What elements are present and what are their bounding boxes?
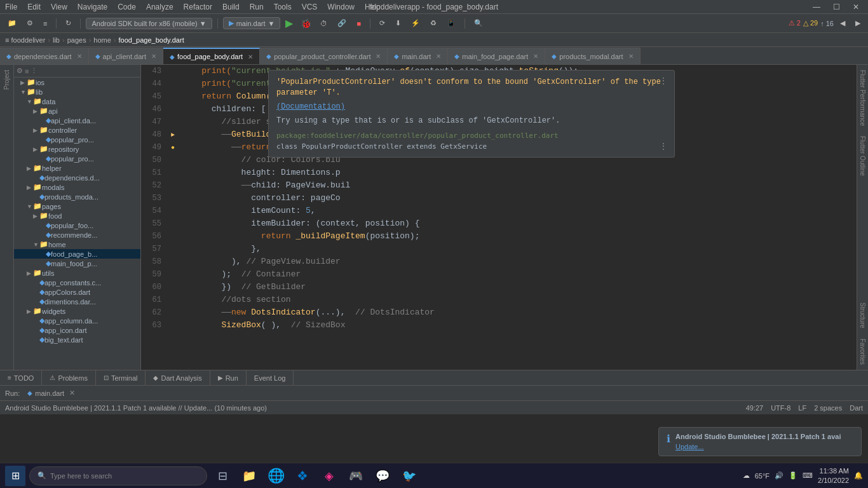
tab-close-dependencies[interactable]: ✕ [77, 53, 82, 60]
attach-btn[interactable]: 🔗 [334, 18, 350, 29]
taskbar-search[interactable]: 🔍 Type here to search [29, 466, 207, 485]
tree-item-dependencies[interactable]: ▶ ◆ dependencies.d... [14, 173, 140, 182]
terminal-tab[interactable]: ⊡ Terminal [96, 370, 146, 386]
taskbar-file-explorer[interactable]: 📁 [238, 464, 261, 487]
tab-close-api[interactable]: ✕ [151, 53, 156, 60]
project-tree[interactable]: ⚙ ≡ ⋮ ▶ 📁 ios ▼ 📁 lib ▼ 📁 data ▶ 📁 api [14, 65, 141, 370]
tooltip-more-icon[interactable]: ⋮ [659, 76, 668, 86]
tree-item-popular-repo[interactable]: ▶ ◆ popular_pro... [14, 154, 140, 163]
dart-analysis-tab[interactable]: ◆ Dart Analysis [146, 370, 210, 386]
debug-button[interactable]: 🐞 [298, 18, 314, 29]
tree-item-app-icon[interactable]: ▶ ◆ app_icon.dart [14, 325, 140, 335]
tree-item-popular-ctrl[interactable]: ▶ ◆ popular_pro... [14, 135, 140, 144]
tree-settings-icon[interactable]: ⚙ [17, 67, 23, 75]
bc-home[interactable]: home [93, 36, 111, 44]
run-tab[interactable]: ▶ Run [210, 370, 247, 386]
doc-link[interactable]: (Documentation) [276, 102, 667, 111]
structure-label[interactable]: Structure [858, 297, 867, 334]
maximize-button[interactable]: ☐ [829, 3, 844, 11]
taskbar-twitter[interactable]: 🐦 [398, 464, 421, 487]
bc-pages[interactable]: pages [67, 36, 86, 44]
tree-item-utils[interactable]: ▶ 📁 utils [14, 268, 140, 278]
tab-close-food[interactable]: ✕ [248, 53, 253, 60]
minimize-button[interactable]: — [809, 3, 824, 11]
tree-item-app-colors[interactable]: ▶ ◆ appColors.dart [14, 287, 140, 297]
tree-item-ios[interactable]: ▶ 📁 ios [14, 78, 140, 87]
refresh-btn[interactable]: ↻ [62, 18, 75, 29]
favorites-label[interactable]: Favorites [858, 334, 867, 370]
device-selector[interactable]: Android SDK built for x86 (mobile) ▼ [86, 18, 212, 29]
menu-code[interactable]: Code [118, 3, 136, 11]
bc-file[interactable]: food_page_body.dart [119, 36, 184, 44]
run-config[interactable]: ▶ main.dart ▼ [223, 17, 281, 29]
menu-build[interactable]: Build [222, 3, 240, 11]
taskbar-task-view[interactable]: ⊟ [211, 464, 234, 487]
tree-item-home[interactable]: ▼ 📁 home [14, 240, 140, 249]
tree-item-app-constants[interactable]: ▶ ◆ app_constants.c... [14, 278, 140, 287]
close-button[interactable]: ✕ [849, 3, 863, 11]
sync-btn[interactable]: ⟳ [376, 18, 389, 29]
menu-bar[interactable]: File Edit View Navigate Code Analyze Ref… [5, 3, 381, 11]
tab-close-popular[interactable]: ✕ [376, 53, 381, 60]
close-run-tab[interactable]: ✕ [69, 389, 75, 397]
tree-item-popular-food[interactable]: ▶ ◆ popular_foo... [14, 220, 140, 230]
code-editor[interactable]: ⋮ 'PopularProductController' doesn't con… [141, 65, 857, 370]
tree-item-api-folder[interactable]: ▶ 📁 api [14, 106, 140, 116]
more-icon[interactable]: ≡ [39, 18, 51, 29]
taskbar-jetbrains[interactable]: ◈ [318, 464, 341, 487]
notification-bell[interactable]: 🔔 [854, 471, 863, 480]
run-button[interactable]: ▶ [283, 17, 295, 29]
find-btn[interactable]: 🔍 [470, 18, 487, 29]
event-log-tab[interactable]: Event Log [247, 370, 294, 386]
flutter-btn[interactable]: ⚡ [407, 18, 424, 29]
menu-navigate[interactable]: Navigate [78, 3, 107, 11]
bc-lib[interactable]: lib [53, 36, 60, 44]
tab-food-page-body[interactable]: ◆ food_page_body.dart ✕ [163, 48, 260, 64]
menu-tools[interactable]: Tools [274, 3, 292, 11]
sdk-btn[interactable]: ⬇ [391, 18, 405, 29]
tree-item-modals[interactable]: ▶ 📁 modals [14, 182, 140, 192]
taskbar-browser[interactable]: 🌐 [264, 464, 287, 487]
tree-collapse-icon[interactable]: ≡ [25, 67, 29, 75]
stop-btn[interactable]: ■ [353, 18, 365, 29]
menu-file[interactable]: File [5, 3, 17, 11]
tab-api-client[interactable]: ◆ api_client.dart ✕ [89, 48, 164, 64]
menu-analyze[interactable]: Analyze [146, 3, 173, 11]
tray-weather[interactable]: ☁ [743, 471, 750, 480]
tree-item-big-text[interactable]: ▶ ◆ big_text.dart [14, 335, 140, 344]
tree-item-app-column[interactable]: ▶ ◆ app_column.da... [14, 316, 140, 325]
tree-item-lib[interactable]: ▼ 📁 lib [14, 87, 140, 97]
tree-more-icon[interactable]: ⋮ [31, 67, 37, 75]
taskbar-vscode[interactable]: ❖ [291, 464, 314, 487]
profile-btn[interactable]: ⏱ [316, 18, 331, 29]
taskbar-clock[interactable]: 11:38 AM 2/10/2022 [818, 466, 849, 485]
taskbar-app1[interactable]: 🎮 [344, 464, 367, 487]
tree-item-repository[interactable]: ▶ 📁 repository [14, 144, 140, 154]
run-file-tab[interactable]: ◆ main.dart ✕ [25, 389, 78, 397]
tree-item-controller[interactable]: ▶ 📁 controller [14, 125, 140, 135]
tray-volume[interactable]: 🔋 [789, 471, 797, 480]
tree-item-data[interactable]: ▼ 📁 data [14, 97, 140, 106]
project-icon[interactable]: 📁 [4, 18, 20, 29]
devices-btn[interactable]: 📱 [443, 18, 459, 29]
tab-close-main-food[interactable]: ✕ [533, 53, 538, 60]
menu-run[interactable]: Run [250, 3, 264, 11]
problems-tab[interactable]: ⚠ Problems [42, 370, 95, 386]
menu-vcs[interactable]: VCS [302, 3, 318, 11]
window-controls[interactable]: — ☐ ✕ [809, 3, 863, 11]
settings-icon[interactable]: ⚙ [23, 18, 37, 29]
tree-item-widgets[interactable]: ▶ 📁 widgets [14, 306, 140, 316]
tray-network[interactable]: 🔊 [775, 471, 783, 480]
notif-update-link[interactable]: Update... [675, 443, 841, 451]
menu-edit[interactable]: Edit [27, 3, 41, 11]
flutter-outline-label[interactable]: Flutter Outline [858, 131, 867, 181]
tree-item-pages[interactable]: ▼ 📁 pages [14, 201, 140, 211]
tree-item-helper[interactable]: ▶ 📁 helper [14, 163, 140, 173]
tab-products-modal[interactable]: ◆ products_modal.dart ✕ [545, 48, 640, 64]
todo-tab[interactable]: ≡ TODO [0, 370, 42, 386]
hot-reload-btn[interactable]: ♻ [426, 18, 440, 29]
taskbar-chat[interactable]: 💬 [371, 464, 394, 487]
tray-battery[interactable]: ⌨ [803, 471, 813, 480]
tree-item-recommended[interactable]: ▶ ◆ recommende... [14, 230, 140, 240]
bc-project[interactable]: fooddeliver [11, 36, 45, 44]
